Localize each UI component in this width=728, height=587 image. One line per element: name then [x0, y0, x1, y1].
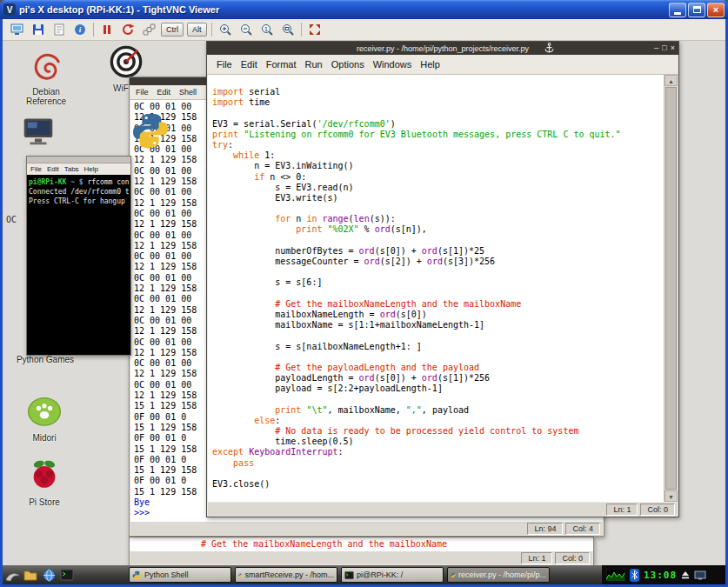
file-manager-launcher[interactable] [23, 567, 38, 583]
cpu-monitor-icon[interactable] [606, 569, 625, 581]
receiver-editor-window[interactable]: receiver.py - /home/pi/python_projects/r… [206, 41, 679, 517]
terminal-launcher[interactable] [59, 567, 75, 583]
new-connection-button[interactable] [7, 21, 28, 38]
close-button[interactable]: × [707, 3, 725, 17]
task-button-smartreceive[interactable]: smartReceive.py - /hom... [235, 567, 337, 583]
refresh-button[interactable] [117, 21, 138, 38]
code-line [212, 330, 665, 341]
code-line [212, 267, 665, 277]
desktop-icon-pi-store[interactable]: Pi Store [18, 457, 70, 507]
ctrl-key-button[interactable]: Ctrl [161, 23, 184, 37]
desktop-icon-idle[interactable] [130, 110, 171, 154]
menu-format[interactable]: Format [262, 59, 301, 70]
task-button-receiver[interactable]: receiver.py - /home/pi/p... [447, 567, 550, 583]
anchor-icon [544, 43, 554, 54]
save-session-button[interactable] [28, 21, 49, 38]
terminal-title-bar[interactable] [27, 157, 130, 163]
editor-title: receiver.py - /home/pi/python_projects/r… [357, 44, 529, 53]
eject-tray-icon[interactable] [681, 570, 690, 579]
desktop-icon-debian-reference[interactable]: DebianReference [15, 48, 77, 106]
code-line: print "Listening on rfcomm0 for EV3 Blue… [212, 130, 665, 140]
web-browser-launcher[interactable] [41, 567, 57, 583]
code-line: for n in range(len(s)): [212, 214, 665, 224]
code-line: mailboxNameLength = ord(s[0]) [212, 310, 665, 320]
maximize-button[interactable] [688, 3, 705, 17]
raspberry-icon [27, 457, 62, 493]
editor-scrollbar[interactable]: ▲ ▼ [664, 75, 678, 502]
display-tray-icon[interactable] [694, 570, 706, 580]
editor-fragment-line[interactable]: # Get the mailboxNameLength and the mail… [130, 537, 593, 552]
connection-options-button[interactable] [49, 21, 70, 38]
menu-edit[interactable]: Edit [44, 165, 62, 173]
editor-status-col: Col: 0 [640, 504, 675, 516]
code-line: if n <> 0: [212, 172, 665, 183]
code-line: mailboxName = s[1:1+mailboxNameLength-1] [212, 320, 665, 330]
editor-code[interactable]: import serialimport time EV3 = serial.Se… [208, 75, 665, 502]
desktop-icon-computer[interactable] [17, 117, 60, 150]
close-icon: × [713, 5, 718, 15]
menu-help[interactable]: Help [416, 59, 444, 70]
icon-label: Python Games [8, 355, 83, 364]
fullscreen-button[interactable] [304, 21, 325, 38]
svg-text:1: 1 [264, 26, 268, 32]
taskbar-clock[interactable]: 13:08 [644, 570, 677, 581]
menu-edit[interactable]: Edit [153, 88, 176, 97]
zoom-100-button[interactable]: 1 [257, 21, 277, 38]
zoom-fit-button[interactable] [277, 21, 298, 38]
minimize-button[interactable] [669, 3, 686, 17]
code-line: EV3.write(s) [212, 193, 665, 203]
code-line [212, 203, 665, 214]
code-line [212, 108, 665, 118]
menu-file[interactable]: File [131, 88, 153, 97]
menu-windows[interactable]: Windows [369, 59, 417, 70]
monitor-icon [22, 117, 55, 147]
keys-icon [143, 23, 156, 36]
terminal-window[interactable]: File Edit Tabs Help pi@RPi-KK ~ $ rfcomm… [26, 156, 131, 356]
maximize-icon [693, 6, 701, 13]
scroll-down-icon[interactable]: ▼ [665, 490, 678, 502]
menu-help[interactable]: Help [82, 165, 101, 173]
task-button-python-shell[interactable]: Python Shell [129, 567, 231, 583]
code-line: payloadLength = ord(s[0]) + ord(s[1])*25… [212, 373, 665, 384]
menu-file[interactable]: File [212, 59, 237, 70]
terminal-line: Press CTRL-C for hangup [29, 197, 129, 206]
editor-close-button[interactable]: × [671, 43, 675, 54]
zoom-in-button[interactable] [215, 21, 236, 38]
menu-shell[interactable]: Shell [175, 88, 201, 97]
editor-title-bar[interactable]: receiver.py - /home/pi/python_projects/r… [207, 42, 678, 55]
menu-tabs[interactable]: Tabs [62, 165, 82, 173]
desktop-text-oc: OC [6, 215, 17, 224]
icon-label: DebianReference [15, 87, 77, 106]
terminal-output[interactable]: pi@RPi-KK ~ $ rfcomm conConnected /dev/r… [27, 175, 130, 355]
menu-run[interactable]: Run [301, 59, 327, 70]
editor-minimize-button[interactable]: – [654, 43, 658, 54]
folder-icon [23, 569, 37, 581]
connection-info-button[interactable]: i [70, 21, 90, 38]
zoom-out-button[interactable] [236, 21, 257, 38]
terminal-icon [344, 570, 354, 580]
menu-options[interactable]: Options [327, 59, 369, 70]
monitor-connection-icon [10, 23, 24, 36]
start-menu-button[interactable] [4, 567, 20, 583]
icon-label: Pi Store [18, 497, 70, 507]
desktop-icon-midori[interactable]: Midori [17, 392, 72, 443]
ctrl-alt-del-button[interactable] [138, 21, 159, 38]
editor-status-line: Ln: 1 [606, 504, 638, 516]
menu-file[interactable]: File [28, 165, 44, 173]
alt-key-button[interactable]: Alt [187, 23, 207, 37]
menu-edit[interactable]: Edit [237, 59, 262, 70]
code-line: s = s[nailboxNameLength+1: ] [212, 342, 665, 352]
code-line: # No data is ready to be processed yield… [212, 426, 665, 437]
editor-maximize-button[interactable]: □ [662, 43, 666, 54]
task-button-terminal[interactable]: pi@RPi-KK: / [341, 567, 444, 583]
scroll-up-icon[interactable]: ▲ [665, 75, 678, 86]
shell-status-bar: Ln: 94 Col: 4 [130, 522, 603, 535]
code-line [212, 236, 665, 246]
bluetooth-icon[interactable] [630, 569, 639, 582]
remote-desktop[interactable]: DebianReference WiFi C OC Python Games M… [3, 41, 725, 584]
pause-button[interactable] [97, 21, 117, 38]
smartreceive-editor-window[interactable]: # Get the mailboxNameLength and the mail… [129, 537, 594, 566]
code-line: EV3 = serial.Serial('/dev/rfcomm0') [212, 119, 665, 130]
vnc-title-bar[interactable]: V pi's X desktop (RPi-KK:1) - TightVNC V… [0, 0, 728, 19]
scrollbar-thumb[interactable] [665, 87, 677, 490]
